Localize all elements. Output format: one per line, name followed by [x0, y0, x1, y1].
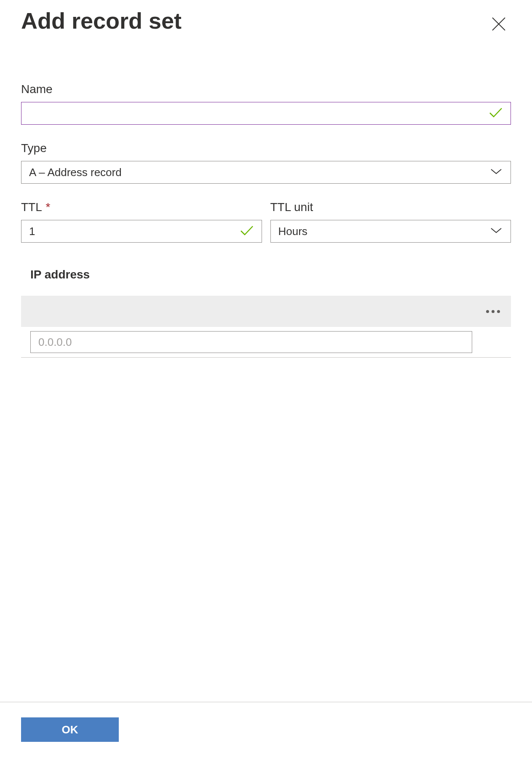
ttl-label: TTL * [21, 201, 262, 214]
ttl-unit-select-wrapper: Hours [270, 220, 511, 243]
name-label: Name [21, 83, 511, 96]
name-input[interactable] [21, 102, 511, 125]
ellipsis-icon [492, 310, 495, 313]
ttl-field-group: TTL * [21, 201, 262, 243]
close-icon [491, 16, 507, 32]
type-label: Type [21, 142, 511, 155]
ellipsis-icon [497, 310, 500, 313]
name-input-wrapper [21, 102, 511, 125]
more-options-button[interactable] [486, 310, 500, 313]
ttl-input-wrapper [21, 220, 262, 243]
ip-address-section: IP address [21, 268, 511, 358]
ip-address-header: IP address [30, 268, 511, 281]
required-asterisk: * [46, 201, 51, 214]
type-select-wrapper: A – Address record [21, 161, 511, 184]
page-title: Add record set [21, 8, 182, 33]
ellipsis-icon [486, 310, 489, 313]
name-field-group: Name [21, 83, 511, 125]
close-button[interactable] [487, 12, 511, 36]
ttl-row: TTL * TTL unit Hours [21, 201, 511, 243]
ttl-unit-select[interactable]: Hours [270, 220, 511, 243]
ip-row-placeholder [21, 296, 511, 327]
ttl-unit-label: TTL unit [270, 201, 511, 214]
ttl-label-text: TTL [21, 201, 42, 214]
ttl-input[interactable] [21, 220, 262, 243]
panel-footer: OK [0, 702, 532, 757]
ip-address-input[interactable] [30, 331, 472, 353]
panel-header: Add record set [21, 8, 511, 36]
ok-button[interactable]: OK [21, 717, 119, 742]
type-field-group: Type A – Address record [21, 142, 511, 184]
ip-input-row [21, 327, 511, 358]
ttl-unit-field-group: TTL unit Hours [270, 201, 511, 243]
type-select[interactable]: A – Address record [21, 161, 511, 184]
